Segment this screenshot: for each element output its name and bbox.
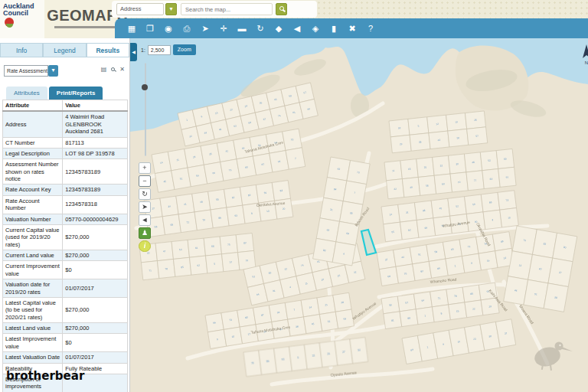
parcel-number: 26 (474, 119, 477, 122)
table-row[interactable]: Latest Improvement value$0 (3, 334, 128, 352)
parcel-number: 27 (342, 351, 345, 354)
parcel-number: 32 (439, 164, 443, 167)
search-icon (279, 6, 284, 11)
attribute-header: Attribute (3, 100, 63, 112)
result-type-select[interactable]: Rate Assessment (4, 65, 48, 77)
table-row[interactable]: Rate Account Key12345783189 (3, 185, 128, 195)
search-type-caret-button[interactable]: ▾ (165, 3, 177, 15)
table-row[interactable]: Latest Land value$270,000 (3, 323, 128, 334)
tab-attributes[interactable]: Attributes (6, 87, 47, 100)
full-extent-button[interactable]: ↻ (139, 188, 151, 200)
sidebar-collapse-handle[interactable]: ◀ (130, 43, 137, 61)
table-row[interactable]: CT Number817113 (3, 137, 128, 148)
streetview-button[interactable]: ♟ (139, 227, 151, 239)
parcel-number: 85 (181, 266, 184, 269)
tab-results[interactable]: Results (87, 43, 129, 57)
bookmark-icon[interactable]: ▮ (325, 18, 343, 38)
panel-tabs: Info Legend Results (0, 43, 129, 57)
table-row[interactable]: Current Capital value (used for 2019/20 … (3, 224, 128, 250)
table-row[interactable]: Latest Capital value (to be used for 202… (3, 297, 128, 322)
share-icon[interactable]: ◀ (288, 18, 306, 38)
table-row[interactable]: Valuation date for 2019/20 rates01/07/20… (3, 279, 128, 298)
contents-icon[interactable]: ▦ (122, 18, 141, 38)
parcel-number: 49 (410, 186, 413, 189)
results-sidebar: Info Legend Results Rate Assessment ▾ ▤ … (0, 38, 130, 392)
table-row[interactable]: Rate Account Number1234578318 (3, 195, 128, 214)
help-icon[interactable]: ? (361, 18, 380, 38)
identify-icon[interactable]: ◉ (159, 18, 178, 38)
north-label: N (585, 60, 588, 65)
table-row[interactable]: Current Land value$270,000 (3, 250, 128, 261)
parcel-number: 12 (436, 122, 439, 126)
result-type-caret-button[interactable]: ▾ (48, 65, 58, 77)
scale-input[interactable] (148, 45, 171, 55)
zoom-out-button[interactable]: − (139, 175, 151, 187)
info-button[interactable]: i (139, 240, 151, 252)
parcel-number: 19 (245, 259, 248, 262)
print-icon[interactable]: ⎙ (178, 18, 196, 38)
parcel-number: 29 (400, 142, 403, 145)
table-row[interactable]: Address4 Waimiri Road GLENBROOK Auckland… (3, 111, 128, 137)
zoom-to-result-icon[interactable] (111, 66, 115, 73)
previous-extent-button[interactable]: ◄ (139, 214, 151, 226)
zoom-slider-thumb[interactable] (142, 84, 148, 90)
parcel-number: 19 (455, 120, 458, 123)
locate-icon[interactable]: ✛ (214, 18, 233, 38)
parcel-number: 53 (488, 159, 491, 162)
table-row[interactable]: Latest Valuation Date01/07/2017 (3, 352, 128, 363)
select-icon[interactable]: ➤ (196, 18, 214, 38)
zoom-slider[interactable] (143, 63, 147, 156)
tab-info[interactable]: Info (0, 43, 43, 57)
parcel-number: 31 (406, 211, 409, 214)
scale-prefix-label: 1: (141, 47, 145, 53)
search-go-button[interactable] (276, 3, 287, 15)
geomaps-app: { "header": { "council_line1": "Auckland… (0, 0, 588, 392)
parcel-number: 18 (408, 168, 411, 171)
value-cell: $270,000 (63, 224, 128, 250)
parcel-number: 75 (227, 243, 230, 246)
parcel-number: 34 (358, 349, 361, 352)
tab-legend[interactable]: Legend (43, 43, 86, 57)
attribute-cell: Rate Account Key (3, 185, 63, 195)
measure-icon[interactable]: ▬ (233, 18, 251, 38)
table-row[interactable]: Assessment Number shown on rates notice1… (3, 159, 128, 185)
value-cell: 01/07/2017 (63, 352, 128, 363)
table-row[interactable]: Current Improvement value$0 (3, 261, 128, 279)
value-cell: 817113 (63, 137, 128, 148)
marker-icon[interactable]: ◆ (270, 18, 288, 38)
tools-icon[interactable]: ✖ (343, 18, 361, 38)
parcel-number: 73 (505, 198, 508, 201)
tab-print-reports[interactable]: Print/Reports (49, 87, 103, 100)
pan-button[interactable]: ➤ (139, 201, 151, 213)
zoom-slider-track[interactable] (145, 63, 146, 156)
search-type-select[interactable]: Address (116, 3, 164, 15)
parcel-block: 768390132027445158 (504, 226, 577, 312)
parcel-number: 39 (456, 162, 459, 165)
map-search-input[interactable] (181, 3, 273, 15)
table-row[interactable]: Valuation Number05770-00000004629 (3, 214, 128, 224)
pohutukawa-flower-icon (5, 18, 14, 27)
value-cell: 1234578318 (63, 195, 128, 214)
value-cell: $0 (63, 334, 128, 352)
list-icon[interactable]: ▤ (101, 66, 107, 73)
attribute-cell: Latest Improvement value (3, 334, 63, 352)
pin-icon[interactable]: ◈ (306, 18, 325, 38)
map-canvas[interactable]: 1815222936435057323946536067748188142128… (130, 38, 588, 392)
parcel-number: 13 (312, 354, 315, 358)
parcel-number: 55 (391, 230, 394, 234)
parcel-number: 61 (195, 247, 198, 250)
value-header: Value (63, 100, 128, 112)
parcel-number: 11 (392, 169, 395, 172)
basemap-icon[interactable]: ❐ (141, 18, 159, 38)
map-toolbar: ▦❐◉⎙➤✛▬↻◆◀◈▮✖? (115, 18, 588, 38)
attribute-cell: Rate Account Number (3, 195, 63, 214)
refresh-icon[interactable]: ↻ (251, 18, 270, 38)
table-row[interactable]: Legal DescriptionLOT 98 DP 319578 (3, 148, 128, 158)
zoom-in-button[interactable]: + (139, 162, 151, 174)
close-results-icon[interactable]: ✕ (119, 66, 125, 73)
parcel-number: 86 (266, 360, 270, 363)
parcel-number: 24 (389, 213, 392, 216)
attribute-cell: Latest Capital value (to be used for 202… (3, 297, 63, 322)
parcel-number: 93 (282, 358, 285, 361)
zoom-button[interactable]: Zoom (173, 44, 196, 55)
